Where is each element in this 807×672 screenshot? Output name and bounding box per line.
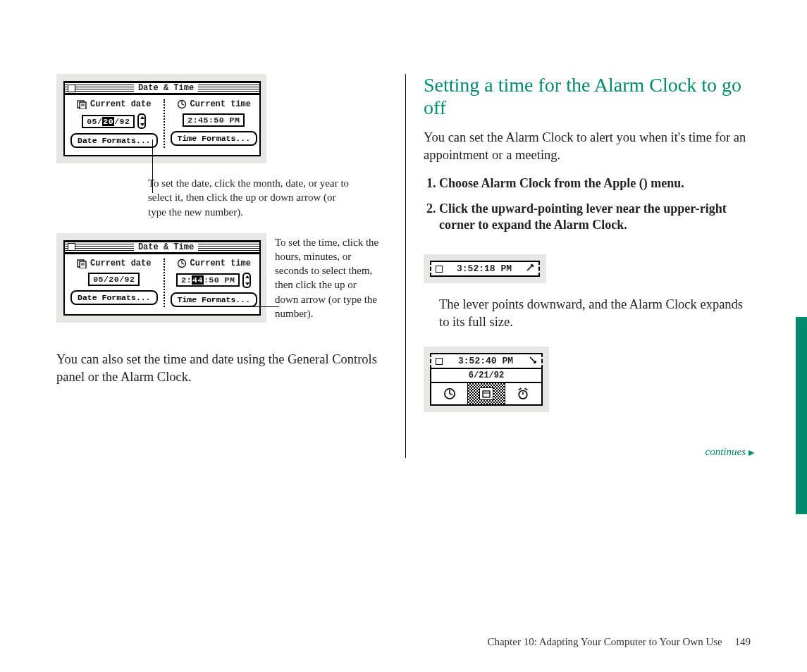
body-paragraph: You can also set the time and date using… [56, 351, 388, 386]
callout-set-date: To set the date, click the month, date, … [148, 176, 352, 219]
alarm-date: 6/21/92 [431, 369, 541, 383]
clock-icon [177, 99, 187, 109]
thumb-tab [796, 317, 807, 514]
alarm-tab-alarm[interactable] [505, 383, 541, 404]
current-time-label: Current time [190, 259, 251, 268]
after-step-paragraph: The lever points downward, and the Alarm… [439, 296, 754, 331]
figure-date-time-1: Date & Time Current date 05/20/92 [56, 74, 266, 163]
time-formats-button[interactable]: Time Formats... [171, 292, 258, 307]
lever-down-icon[interactable] [529, 356, 537, 366]
page-number: 149 [735, 636, 751, 647]
alarm-close-box-icon[interactable] [436, 358, 443, 365]
clock-icon [177, 259, 187, 268]
window-titlebar: Date & Time [65, 82, 259, 95]
alarm-time-expanded: 3:52:40 PM [458, 356, 513, 366]
date-formats-button[interactable]: Date Formats... [70, 133, 158, 148]
figure-date-time-2: Date & Time Current date 05/20/92 [56, 233, 266, 323]
callout-leader-line [152, 139, 153, 193]
close-box-icon[interactable] [68, 85, 75, 92]
window-title: Date & Time [134, 242, 198, 252]
date-field[interactable]: 05/20/92 [82, 115, 135, 128]
calendar-icon [77, 99, 87, 109]
section-heading: Setting a time for the Alarm Clock to go… [424, 74, 754, 119]
calendar-icon [77, 259, 87, 268]
svg-line-20 [519, 389, 522, 391]
date-formats-button[interactable]: Date Formats... [70, 290, 158, 305]
callout-set-time: To set the time, click the hours, minute… [275, 235, 381, 321]
figure-alarm-collapsed: 3:52:18 PM [424, 254, 546, 283]
time-stepper[interactable] [242, 273, 251, 288]
lever-up-icon[interactable] [526, 263, 534, 274]
current-date-label: Current date [90, 259, 151, 268]
figure-alarm-expanded: 3:52:40 PM 6/21/92 [424, 347, 549, 412]
continues-indicator: continues▶ [424, 446, 754, 458]
page-footer: Chapter 10: Adapting Your Computer to Yo… [487, 636, 751, 648]
triangle-right-icon: ▶ [749, 448, 754, 456]
date-stepper[interactable] [137, 113, 146, 129]
chapter-label: Chapter 10: Adapting Your Computer to Yo… [487, 636, 722, 647]
step-1: Choose Alarm Clock from the Apple () men… [439, 175, 754, 192]
window-title: Date & Time [134, 83, 198, 93]
alarm-close-box-icon[interactable] [436, 266, 443, 273]
alarm-time-collapsed: 3:52:18 PM [457, 263, 512, 274]
current-date-label: Current date [90, 99, 151, 109]
time-formats-button[interactable]: Time Formats... [171, 131, 258, 146]
step-2: Click the upward-pointing lever near the… [439, 201, 754, 234]
alarm-tab-calendar[interactable] [467, 383, 504, 404]
time-field[interactable]: 2:45:50 PM [183, 113, 245, 127]
date-field[interactable]: 05/20/92 [88, 273, 140, 286]
time-field[interactable]: 2:44:50 PM [176, 273, 240, 287]
alarm-tab-clock[interactable] [431, 383, 467, 404]
window-titlebar: Date & Time [65, 242, 259, 254]
svg-line-21 [525, 389, 528, 391]
callout-leader-line [252, 306, 279, 307]
close-box-icon[interactable] [68, 243, 75, 251]
intro-paragraph: You can set the Alarm Clock to alert you… [424, 129, 754, 164]
svg-rect-17 [483, 391, 490, 397]
current-time-label: Current time [190, 99, 251, 109]
